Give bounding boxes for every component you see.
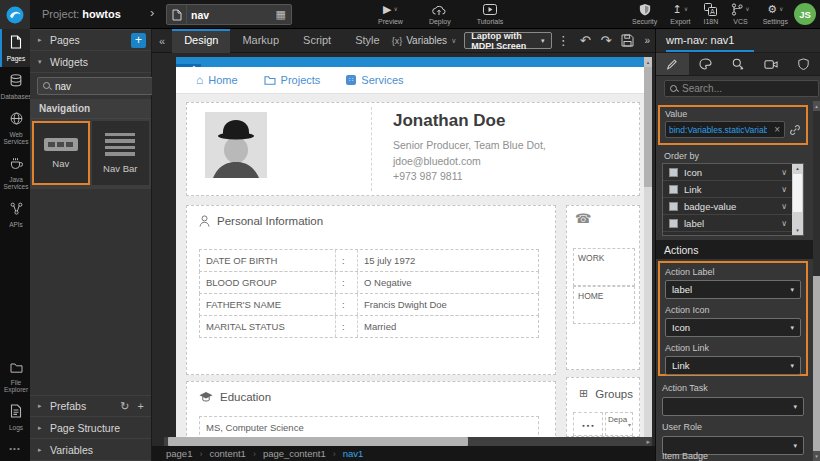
sidebar-item-apis[interactable]: APIs — [0, 195, 30, 233]
device-selector[interactable]: Laptop with MDPI Screen ▾ — [464, 32, 551, 49]
order-by-scrollbar[interactable]: ▴ ▾ — [792, 164, 803, 235]
sidebar-item-java-services[interactable]: Java Services — [0, 150, 30, 195]
panel-scrollbar[interactable]: ▴ ▾ — [813, 101, 820, 461]
deploy-button[interactable]: Deploy — [429, 3, 451, 25]
grid-icon[interactable]: ▦ — [276, 8, 286, 21]
variables-dropdown[interactable]: {x} Variables ∨ — [392, 35, 457, 46]
contact-card[interactable]: ☎ WORK HOME — [566, 205, 640, 370]
prefabs-section-header[interactable]: ▸ Prefabs ↻+ — [30, 395, 151, 417]
table-row[interactable]: BLOOD GROUP : O Negative — [199, 271, 539, 294]
bind-link-icon[interactable] — [789, 124, 801, 136]
checkbox[interactable] — [669, 202, 678, 211]
profile-name[interactable]: Jonathan Doe — [393, 111, 505, 131]
table-row[interactable]: FATHER'S NAME : Francis Dwight Doe — [199, 293, 539, 316]
security-button[interactable]: Security — [632, 3, 657, 25]
table-row[interactable]: MARITAL STATUS : Married — [199, 315, 539, 338]
tab-styles[interactable] — [689, 53, 722, 75]
preview-button[interactable]: ▶∨ Preview — [378, 3, 403, 25]
checkbox[interactable] — [669, 185, 678, 194]
group-dots-cell[interactable]: ▪ ▪ ▪ — [573, 412, 603, 436]
tab-security[interactable] — [787, 53, 820, 75]
contact-home-cell[interactable]: HOME — [573, 286, 635, 324]
save-button[interactable] — [616, 34, 639, 47]
canvas-vertical-scrollbar[interactable]: ▴ — [644, 57, 652, 437]
checkbox[interactable] — [669, 219, 678, 228]
order-by-item[interactable]: badge-value ∨ — [663, 198, 803, 215]
vcs-button[interactable]: ∨ VCS — [731, 3, 749, 25]
value-binding-input[interactable] — [666, 125, 770, 135]
contact-work-cell[interactable]: WORK — [573, 248, 635, 286]
sidebar-item-databases[interactable]: Databases — [0, 67, 30, 105]
scroll-down-icon[interactable]: ▾ — [792, 226, 803, 235]
pages-section-header[interactable]: ▸ Pages + — [30, 29, 151, 51]
variables-section-header[interactable]: ▸ Variables — [30, 439, 151, 461]
sidebar-item-pages[interactable]: Pages — [0, 29, 30, 67]
tab-device[interactable] — [754, 53, 787, 75]
nav-item-services[interactable]: ∷ Services — [346, 74, 403, 86]
value-binding-field[interactable]: × — [665, 121, 785, 138]
scroll-up-icon[interactable]: ▴ — [813, 101, 820, 111]
user-avatar[interactable]: JS — [794, 3, 816, 25]
action-icon-select[interactable]: Icon ▾ — [665, 318, 801, 337]
table-row[interactable]: DATE OF BIRTH : 15 july 1972 — [199, 249, 539, 272]
action-label-select[interactable]: label ▾ — [665, 280, 801, 299]
action-task-select[interactable]: ▾ — [662, 397, 804, 416]
groups-card[interactable]: ⊞ Groups ▪ ▪ ▪ Depa ▾ — [566, 377, 640, 437]
profile-role[interactable]: Senior Producer, Team Blue Dot, — [393, 139, 546, 151]
settings-button[interactable]: ⚙∨ Settings — [763, 3, 788, 25]
nav-item-home[interactable]: ⌂ Home — [196, 74, 238, 86]
nav-item-projects[interactable]: Projects — [264, 74, 321, 86]
profile-email[interactable]: jdoe@bluedot.com — [393, 155, 481, 167]
canvas-horizontal-scrollbar[interactable]: ▸ — [164, 437, 652, 446]
education-card[interactable]: Education MS, Computer Science — [186, 381, 556, 437]
breadcrumb-item-selected[interactable]: nav1 — [343, 448, 364, 459]
widgets-section-header[interactable]: ▾ Widgets — [30, 51, 151, 73]
refresh-icon[interactable]: ↻ — [120, 400, 129, 413]
add-page-button[interactable]: + — [131, 33, 146, 48]
export-button[interactable]: ↥∨ Export — [670, 3, 690, 25]
scroll-up-icon[interactable]: ▴ — [792, 164, 803, 173]
profile-phone[interactable]: +973 987 9811 — [393, 170, 463, 182]
sidebar-more-button[interactable]: ••• — [0, 436, 30, 461]
scrollbar-thumb[interactable] — [793, 174, 802, 212]
add-prefab-icon[interactable]: + — [138, 400, 144, 413]
tab-markup[interactable]: Markup — [230, 29, 291, 53]
profile-card[interactable]: Jonathan Doe Senior Producer, Team Blue … — [186, 102, 640, 196]
page-structure-section-header[interactable]: ▸ Page Structure — [30, 417, 151, 439]
personal-info-card[interactable]: Personal Information DATE OF BIRTH : 15 … — [186, 205, 556, 375]
checkbox[interactable] — [669, 168, 678, 177]
sidebar-item-file-explorer[interactable]: File Explorer — [0, 353, 30, 398]
sidebar-item-web-services[interactable]: Web Services — [0, 105, 30, 150]
clear-binding-icon[interactable]: × — [774, 124, 780, 135]
undo-button[interactable]: ↶ — [575, 33, 596, 48]
breadcrumb-item[interactable]: page1 — [166, 448, 192, 459]
scroll-right-icon[interactable]: ▸ — [646, 437, 650, 446]
i18n-button[interactable]: A I18N — [704, 3, 719, 25]
education-header[interactable]: Education — [199, 391, 271, 403]
collapse-panel-icon[interactable]: « — [152, 35, 172, 47]
order-by-item[interactable]: Link ∨ — [663, 181, 803, 198]
selected-widget-bar[interactable]: nav1 — [176, 57, 644, 67]
sidebar-item-logs[interactable]: Logs — [0, 398, 30, 436]
scrollbar-thumb[interactable] — [644, 67, 652, 187]
scrollbar-thumb[interactable] — [168, 437, 468, 446]
property-search-input[interactable] — [678, 83, 818, 94]
page-switcher[interactable]: ▦ — [166, 4, 292, 25]
more-options-icon[interactable]: ⋮ — [552, 33, 575, 48]
tab-style[interactable]: Style — [343, 29, 391, 53]
profile-photo[interactable] — [205, 112, 267, 178]
property-search-box[interactable] — [664, 80, 819, 97]
scroll-down-icon[interactable]: ▾ — [813, 451, 820, 461]
groups-header[interactable]: ⊞ Groups — [579, 387, 633, 400]
scroll-up-icon[interactable]: ▴ — [644, 57, 652, 67]
personal-info-header[interactable]: Personal Information — [199, 215, 323, 227]
breadcrumb-item[interactable]: content1 — [209, 448, 245, 459]
tutorials-button[interactable]: Tutorials — [477, 3, 504, 25]
page-search-input[interactable] — [187, 9, 276, 21]
tab-inspect[interactable] — [722, 53, 755, 75]
breadcrumb-item[interactable]: page_content1 — [263, 448, 326, 459]
tab-design[interactable]: Design — [172, 29, 230, 53]
tab-script[interactable]: Script — [291, 29, 343, 53]
widget-card-navbar[interactable]: Nav Bar — [92, 121, 149, 185]
action-link-select[interactable]: Link ▾ — [665, 356, 801, 375]
